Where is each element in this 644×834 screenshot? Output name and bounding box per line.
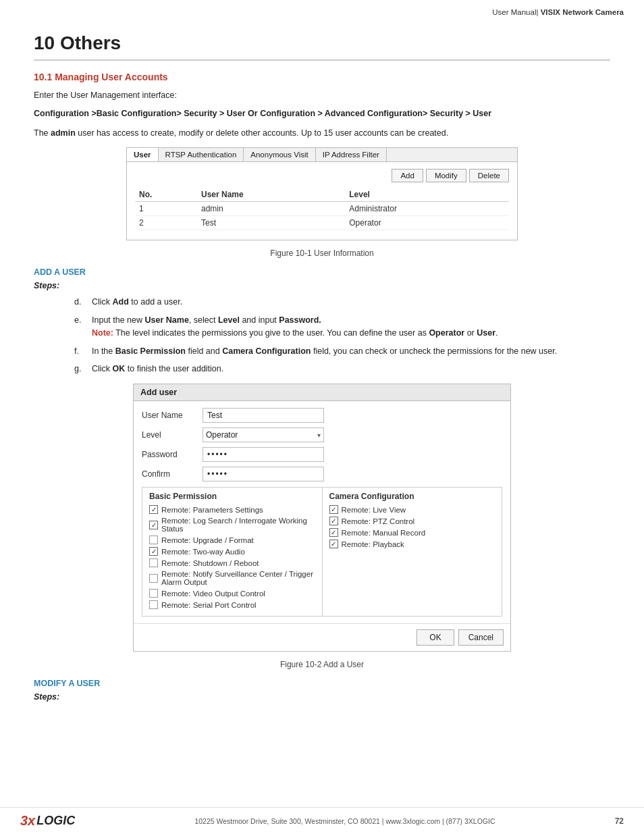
panel-tabs: User RTSP Authentication Anonymous Visit… [127, 148, 517, 162]
input-password[interactable] [203, 447, 324, 462]
label-username: User Name [142, 411, 203, 420]
checkbox-playback[interactable] [329, 540, 338, 548]
checkbox-serial[interactable] [149, 600, 158, 609]
step-d: d. Click Add to add a user. [74, 296, 610, 309]
tab-rtsp[interactable]: RTSP Authentication [159, 148, 244, 161]
perm-label: Remote: Playback [342, 540, 404, 548]
checkbox-live-view[interactable] [329, 505, 338, 514]
row1-no: 1 [135, 202, 197, 216]
select-level[interactable]: Operator ▾ [203, 427, 324, 442]
perm-item: Remote: Two-way Audio [149, 547, 315, 556]
input-username[interactable] [203, 408, 324, 423]
checkbox-notify[interactable] [149, 574, 158, 583]
perm-label: Remote: Two-way Audio [161, 548, 245, 556]
section-number: 10.1 [34, 72, 52, 82]
chapter-name: Others [60, 32, 121, 53]
col-no: No. [135, 188, 197, 202]
perm-item: Remote: PTZ Control [329, 517, 495, 525]
tab-anonymous[interactable]: Anonymous Visit [244, 148, 315, 161]
table-row: 1 admin Administrator [135, 202, 509, 216]
figure1-caption: Figure 10-1 User Information [34, 249, 610, 258]
row2-name: Test [197, 216, 345, 230]
user-table: No. User Name Level 1 admin Administrato… [135, 188, 509, 230]
add-user-form: User Name Level Operator ▾ Password Conf… [134, 401, 510, 623]
footer-logo: 3x LOGIC [20, 813, 75, 829]
step-g: g. Click OK to finish the user addition. [74, 363, 610, 375]
step-g-content: Click OK to finish the user addition. [92, 363, 610, 375]
basic-permission-title: Basic Permission [149, 492, 315, 501]
perm-label: Remote: Serial Port Control [161, 601, 257, 609]
checkbox-upgrade[interactable] [149, 536, 158, 544]
tab-ip-filter[interactable]: IP Address Filter [316, 148, 387, 161]
ok-button[interactable]: OK [417, 629, 454, 646]
perm-item: Remote: Log Search / Interrogate Working… [149, 517, 315, 533]
perm-label: Remote: Upgrade / Format [161, 536, 254, 544]
checkbox-video-output[interactable] [149, 589, 158, 598]
perm-label: Remote: Shutdown / Reboot [161, 559, 259, 567]
perm-item: Remote: Serial Port Control [149, 600, 315, 609]
checkbox-audio[interactable] [149, 547, 158, 556]
perm-item: Remote: Manual Record [329, 528, 495, 537]
checkbox-params[interactable] [149, 505, 158, 514]
camera-config-col: Camera Configuration Remote: Live View R… [323, 488, 502, 616]
admin-desc: The admin user has access to create, mod… [34, 127, 610, 140]
checkbox-shutdown[interactable] [149, 558, 158, 567]
step-d-letter: d. [74, 296, 86, 309]
section-name: Managing User Accounts [55, 72, 168, 82]
step-e-content: Input the new User Name, select Level an… [92, 314, 610, 340]
form-row-password: Password [142, 447, 502, 462]
step-g-letter: g. [74, 363, 86, 375]
permissions-section: Basic Permission Remote: Parameters Sett… [142, 487, 502, 617]
step-e-letter: e. [74, 314, 86, 327]
tab-user[interactable]: User [127, 148, 159, 161]
table-row: 2 Test Operator [135, 216, 509, 230]
perm-item: Remote: Upgrade / Format [149, 536, 315, 544]
step-f-letter: f. [74, 345, 86, 358]
page-header: User Manual| VISIX Network Camera [0, 0, 644, 19]
label-password: Password [142, 450, 203, 459]
row2-no: 2 [135, 216, 197, 230]
col-username: User Name [197, 188, 345, 202]
footer-page-number: 72 [615, 816, 624, 826]
modify-button[interactable]: Modify [426, 169, 466, 182]
form-row-confirm: Confirm [142, 467, 502, 481]
step-f-content: In the Basic Permission field and Camera… [92, 345, 610, 358]
checkbox-manual-record[interactable] [329, 528, 338, 537]
figure2-caption: Figure 10-2 Add a User [34, 660, 610, 669]
path-line: Configuration >Basic Configuration> Secu… [34, 107, 610, 120]
delete-button[interactable]: Delete [469, 169, 509, 182]
checkbox-log[interactable] [149, 521, 158, 529]
modify-user-heading: MODIFY A USER [34, 679, 610, 688]
col-level: Level [345, 188, 509, 202]
logo-3x: 3x [20, 813, 35, 829]
steps-label: Steps: [34, 281, 610, 290]
header-text: User Manual| [492, 8, 540, 16]
chevron-down-icon: ▾ [317, 432, 321, 439]
step-d-content: Click Add to add a user. [92, 296, 610, 309]
intro-text: Enter the User Management interface: [34, 89, 610, 102]
add-button[interactable]: Add [392, 169, 423, 182]
perm-item: Remote: Playback [329, 540, 495, 548]
perm-label: Remote: Video Output Control [161, 590, 265, 598]
modify-steps-label: Steps: [34, 692, 610, 702]
perm-item: Remote: Live View [329, 505, 495, 514]
footer-address: 10225 Westmoor Drive, Suite 300, Westmin… [194, 817, 495, 825]
step-f: f. In the Basic Permission field and Cam… [74, 345, 610, 358]
checkbox-ptz[interactable] [329, 517, 338, 525]
add-user-heading: ADD A USER [34, 267, 610, 277]
main-content: 10 Others 10.1 Managing User Accounts En… [0, 19, 644, 721]
cancel-button[interactable]: Cancel [458, 629, 504, 646]
perm-label: Remote: Notify Surveillance Center / Tri… [161, 570, 315, 586]
admin-text-after: user has access to create, modify or del… [76, 128, 448, 138]
header-bold: VISIX Network Camera [541, 8, 624, 16]
input-confirm[interactable] [203, 467, 324, 481]
camera-config-title: Camera Configuration [329, 492, 495, 501]
perm-label: Remote: Manual Record [342, 529, 426, 537]
page-footer: 3x LOGIC 10225 Westmoor Drive, Suite 300… [0, 807, 644, 834]
perm-label: Remote: Parameters Settings [161, 506, 263, 514]
label-level: Level [142, 430, 203, 440]
logo-logic: LOGIC [36, 814, 75, 828]
perm-label: Remote: Log Search / Interrogate Working… [161, 517, 315, 533]
admin-word: admin [51, 128, 76, 138]
add-user-panel-title: Add user [134, 384, 510, 401]
